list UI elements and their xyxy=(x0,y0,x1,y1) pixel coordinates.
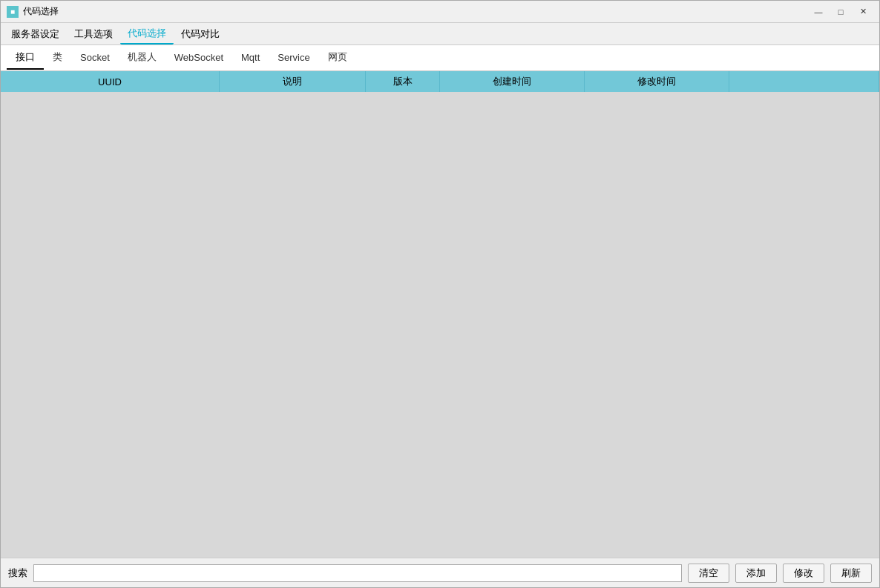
tab-service[interactable]: Service xyxy=(269,47,318,69)
menu-code-select[interactable]: 代码选择 xyxy=(120,24,174,44)
menu-server-settings[interactable]: 服务器设定 xyxy=(4,24,67,44)
search-input[interactable] xyxy=(33,564,682,582)
tab-robot[interactable]: 机器人 xyxy=(119,46,165,70)
column-extra xyxy=(729,71,879,92)
window-controls: — □ ✕ xyxy=(808,4,873,20)
tab-class[interactable]: 类 xyxy=(44,46,71,70)
column-created: 创建时间 xyxy=(440,71,585,92)
search-label: 搜索 xyxy=(8,566,27,580)
column-version: 版本 xyxy=(366,71,440,92)
title-bar: ■ 代码选择 — □ ✕ xyxy=(1,1,879,23)
tab-bar: 接口 类 Socket 机器人 WebSocket Mqtt Service 网… xyxy=(1,45,879,71)
minimize-button[interactable]: — xyxy=(808,4,829,20)
bottom-bar: 搜索 清空 添加 修改 刷新 xyxy=(1,558,879,587)
menu-bar: 服务器设定 工具选项 代码选择 代码对比 xyxy=(1,23,879,45)
edit-button[interactable]: 修改 xyxy=(783,564,824,583)
refresh-button[interactable]: 刷新 xyxy=(830,564,872,583)
add-button[interactable]: 添加 xyxy=(735,564,777,583)
window-icon: ■ xyxy=(7,6,19,18)
maximize-button[interactable]: □ xyxy=(830,4,851,20)
tab-websocket[interactable]: WebSocket xyxy=(165,47,232,69)
menu-code-compare[interactable]: 代码对比 xyxy=(174,24,227,44)
tab-interface[interactable]: 接口 xyxy=(7,46,44,70)
clear-button[interactable]: 清空 xyxy=(688,564,729,583)
tab-socket[interactable]: Socket xyxy=(71,47,119,69)
menu-tool-options[interactable]: 工具选项 xyxy=(67,24,120,44)
close-button[interactable]: ✕ xyxy=(853,4,873,20)
tab-webpage[interactable]: 网页 xyxy=(319,46,356,70)
main-window: ■ 代码选择 — □ ✕ 服务器设定 工具选项 代码选择 代码对比 接口 类 S… xyxy=(0,0,880,588)
column-uuid: UUID xyxy=(1,71,220,92)
window-title: 代码选择 xyxy=(23,5,808,18)
column-modified: 修改时间 xyxy=(585,71,729,92)
column-desc: 说明 xyxy=(220,71,366,92)
table-header: UUID 说明 版本 创建时间 修改时间 xyxy=(1,71,879,92)
tab-mqtt[interactable]: Mqtt xyxy=(232,47,269,69)
table-body xyxy=(1,92,879,558)
